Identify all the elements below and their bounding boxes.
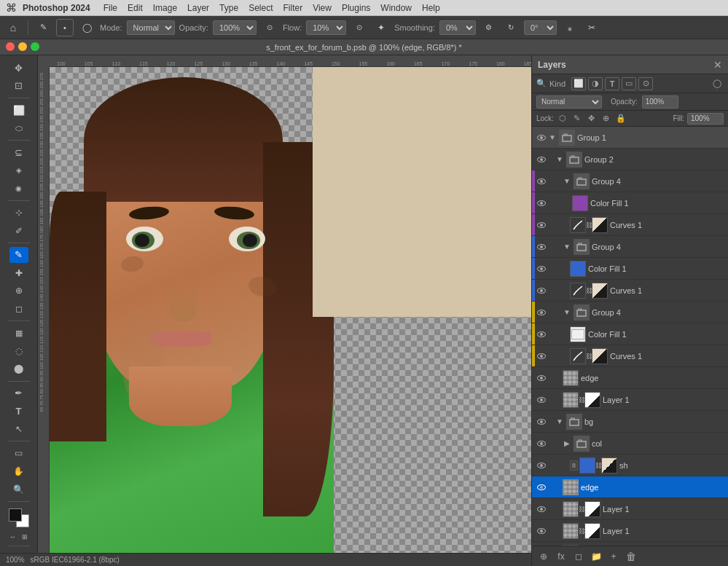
tool-shape[interactable]: ▭ [9, 445, 28, 462]
blend-mode-select[interactable]: Normal Multiply Screen Overlay [536, 95, 602, 109]
layer-vis-19[interactable] [535, 524, 548, 538]
add-filter-btn[interactable]: ⊕ [536, 549, 551, 564]
tool-crop[interactable]: ⊹ [9, 205, 28, 221]
pressure-opacity-button[interactable]: ⊙ [261, 19, 278, 36]
layers-panel-close[interactable]: ✕ [713, 59, 722, 71]
tool-hand[interactable]: ✋ [9, 463, 28, 480]
tool-select-object[interactable]: ◈ [9, 162, 28, 179]
tool-lasso[interactable]: ⊆ [9, 144, 28, 161]
lock-image-btn[interactable]: ✎ [571, 113, 583, 125]
fill-input[interactable] [687, 113, 724, 125]
tool-clone[interactable]: ⊕ [9, 283, 28, 299]
home-button[interactable]: ⌂ [4, 19, 22, 36]
filter-text-btn[interactable]: T [605, 77, 619, 90]
close-button[interactable] [6, 42, 15, 51]
layer-vis-4[interactable] [535, 197, 548, 210]
layer-colorfill1b[interactable]: Color Fill 1 [532, 258, 728, 280]
expand-3[interactable]: ▼ [563, 177, 571, 186]
delete-layer-btn[interactable]: 🗑 [624, 549, 638, 564]
filter-toggle-btn[interactable]: ◯ [711, 77, 724, 90]
smoothing-options-button[interactable]: ⚙ [480, 19, 498, 36]
layer-vis-11[interactable] [535, 350, 548, 363]
tool-path-select[interactable]: ↖ [9, 421, 28, 438]
airbrush-button[interactable]: ✦ [372, 19, 390, 36]
layer-bg-group[interactable]: ▼ bg [532, 411, 728, 433]
expand-14[interactable]: ▼ [555, 417, 564, 426]
tool-pen[interactable]: ✒ [9, 385, 28, 402]
layer-layer1b[interactable]: ⛓ Layer 1 [532, 498, 728, 520]
layer-vis-16[interactable] [535, 459, 548, 472]
layer-layer1c[interactable]: ⛓ Layer 1 [532, 520, 728, 542]
layer-sh[interactable]: 8 ⛓ sh [532, 455, 728, 476]
menu-image[interactable]: Image [149, 3, 181, 13]
expand-15[interactable]: ▶ [563, 439, 571, 448]
new-layer-btn[interactable]: + [606, 549, 621, 564]
lock-transparent-btn[interactable]: ⬡ [557, 113, 568, 125]
menu-help[interactable]: Help [418, 3, 445, 13]
tool-move[interactable]: ✥ [9, 60, 28, 76]
angle-button[interactable]: ↻ [502, 19, 520, 36]
menu-layer[interactable]: Layer [183, 3, 214, 13]
tool-artboard[interactable]: ⊡ [9, 78, 28, 95]
layer-vis-9[interactable] [535, 306, 548, 319]
filter-smart-btn[interactable]: ⊙ [638, 77, 653, 90]
canvas-viewport[interactable]: 100% [50, 67, 531, 566]
layer-group4a[interactable]: ▼ Group 4 [532, 170, 728, 192]
layer-vis-13[interactable] [535, 393, 548, 406]
layer-vis-18[interactable] [535, 503, 548, 516]
add-style-btn[interactable]: fx [554, 549, 568, 564]
add-mask-btn[interactable]: ◻ [571, 549, 586, 564]
menu-select[interactable]: Select [244, 3, 277, 13]
brush-preset-button[interactable]: • [56, 19, 74, 36]
tool-healing[interactable]: ✚ [9, 264, 28, 281]
tool-eyedropper[interactable]: ✐ [9, 222, 28, 239]
foreground-swatch[interactable] [9, 508, 22, 522]
tool-marquee-ellipse[interactable]: ⬭ [9, 120, 28, 137]
layer-edge2-selected[interactable]: edge [532, 476, 728, 498]
layer-group1[interactable]: ▼ Group 1 [532, 127, 728, 149]
layer-vis-1[interactable] [535, 131, 548, 144]
pressure-flow-button[interactable]: ⊙ [351, 19, 368, 36]
layer-group2[interactable]: ▼ Group 2 [532, 149, 728, 170]
maximize-button[interactable] [31, 42, 39, 51]
layer-group4c[interactable]: ▼ Group 4 [532, 302, 728, 323]
layer-vis-10[interactable] [535, 328, 548, 341]
expand-2[interactable]: ▼ [555, 155, 564, 164]
menu-filter[interactable]: Filter [278, 3, 307, 13]
minimize-button[interactable] [18, 42, 27, 51]
tool-quick-selection[interactable]: ◉ [9, 180, 28, 197]
layer-vis-14[interactable] [535, 415, 548, 428]
layer-vis-15[interactable] [535, 437, 548, 450]
layer-vis-3[interactable] [535, 175, 548, 188]
layer-colorfill1c[interactable]: Color Fill 1 [532, 323, 728, 345]
expand-1[interactable]: ▼ [548, 133, 557, 142]
opacity-select[interactable]: 100% [213, 20, 257, 35]
tool-zoom[interactable]: 🔍 [9, 481, 28, 498]
layer-group4b[interactable]: ▼ Group 4 [532, 236, 728, 258]
filter-adjust-btn[interactable]: ◑ [588, 77, 603, 90]
tool-gradient[interactable]: ▦ [9, 325, 28, 342]
layer-vis-2[interactable] [535, 153, 548, 166]
layer-vis-17[interactable] [535, 481, 548, 494]
layer-curves1c[interactable]: ⛓ Curves 1 [532, 345, 728, 367]
tool-marquee-rect[interactable]: ⬜ [9, 102, 28, 119]
lock-all-btn[interactable]: 🔒 [615, 113, 627, 125]
default-colors-button[interactable]: ↔ [8, 532, 18, 542]
lock-artboard-btn[interactable]: ⊕ [600, 113, 612, 125]
angle-select[interactable]: 0° [524, 20, 557, 35]
layer-layer1a[interactable]: ⛓ Layer 1 [532, 389, 728, 411]
layer-screenshot[interactable]: Screenshot 2024-... at 10.12.57 AM [532, 542, 728, 546]
menu-window[interactable]: Window [376, 3, 416, 13]
lock-position-btn[interactable]: ✥ [586, 113, 598, 125]
menu-plugins[interactable]: Plugins [337, 3, 375, 13]
layer-vis-8[interactable] [535, 284, 548, 297]
flow-select[interactable]: 10% [306, 20, 346, 35]
menu-file[interactable]: File [99, 3, 122, 13]
tool-eraser[interactable]: ◻ [9, 300, 28, 317]
layer-vis-7[interactable] [535, 262, 548, 275]
layers-list[interactable]: ▼ Group 1 ▼ Group 2 [532, 127, 728, 546]
tool-dodge[interactable]: ⬤ [9, 361, 28, 377]
opacity-input[interactable] [642, 95, 678, 109]
layer-curves1a[interactable]: ⛓ Curves 1 [532, 214, 728, 236]
tool-brush[interactable]: ✎ [9, 247, 28, 264]
